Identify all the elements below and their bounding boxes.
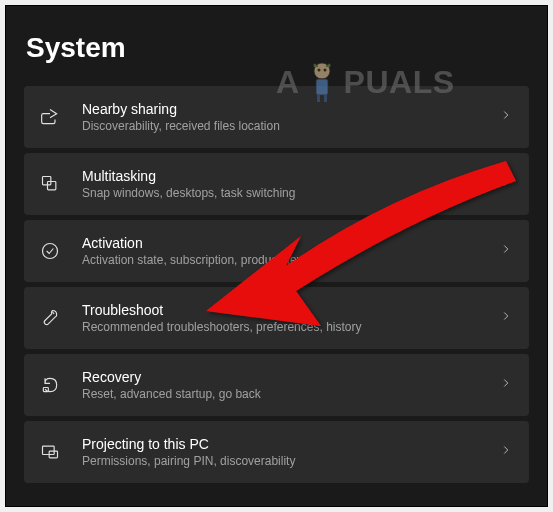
item-text: Activation Activation state, subscriptio… [82,234,489,269]
svg-rect-5 [324,95,327,102]
item-title: Recovery [82,368,489,386]
chevron-right-icon [499,242,513,260]
svg-rect-1 [316,79,328,95]
svg-rect-4 [317,95,320,102]
svg-point-3 [323,69,326,72]
settings-window: System A PUALS Nearby sharing Dis [5,5,548,507]
svg-rect-10 [43,446,55,454]
checkmark-circle-icon [38,239,62,263]
chevron-right-icon [499,376,513,394]
item-text: Troubleshoot Recommended troubleshooters… [82,301,489,336]
settings-item-recovery[interactable]: Recovery Reset, advanced startup, go bac… [24,354,529,416]
settings-item-multitasking[interactable]: Multitasking Snap windows, desktops, tas… [24,153,529,215]
multitasking-icon [38,172,62,196]
item-subtitle: Permissions, pairing PIN, discoverabilit… [82,454,489,470]
settings-list: Nearby sharing Discoverability, received… [24,86,529,483]
item-text: Nearby sharing Discoverability, received… [82,100,489,135]
item-subtitle: Discoverability, received files location [82,119,489,135]
item-subtitle: Activation state, subscription, product … [82,253,489,269]
page-title: System [26,32,529,64]
svg-point-2 [317,69,320,72]
svg-point-8 [43,244,58,259]
item-text: Projecting to this PC Permissions, pairi… [82,435,489,470]
chevron-right-icon [499,443,513,461]
item-subtitle: Recommended troubleshooters, preferences… [82,320,489,336]
svg-rect-6 [43,177,51,185]
watermark-mascot-icon [306,61,338,103]
svg-rect-7 [48,182,56,190]
share-icon [38,105,62,129]
item-title: Multitasking [82,167,489,185]
chevron-right-icon [499,108,513,126]
wrench-icon [38,306,62,330]
item-title: Activation [82,234,489,252]
watermark-text-prefix: A [276,64,300,101]
item-subtitle: Snap windows, desktops, task switching [82,186,489,202]
item-title: Projecting to this PC [82,435,489,453]
projecting-icon [38,440,62,464]
chevron-right-icon [499,175,513,193]
chevron-right-icon [499,309,513,327]
item-text: Recovery Reset, advanced startup, go bac… [82,368,489,403]
item-subtitle: Reset, advanced startup, go back [82,387,489,403]
watermark-text-suffix: PUALS [344,64,455,101]
recovery-icon [38,373,62,397]
watermark: A PUALS [276,61,455,103]
item-title: Troubleshoot [82,301,489,319]
settings-item-activation[interactable]: Activation Activation state, subscriptio… [24,220,529,282]
settings-item-projecting[interactable]: Projecting to this PC Permissions, pairi… [24,421,529,483]
settings-item-troubleshoot[interactable]: Troubleshoot Recommended troubleshooters… [24,287,529,349]
item-text: Multitasking Snap windows, desktops, tas… [82,167,489,202]
